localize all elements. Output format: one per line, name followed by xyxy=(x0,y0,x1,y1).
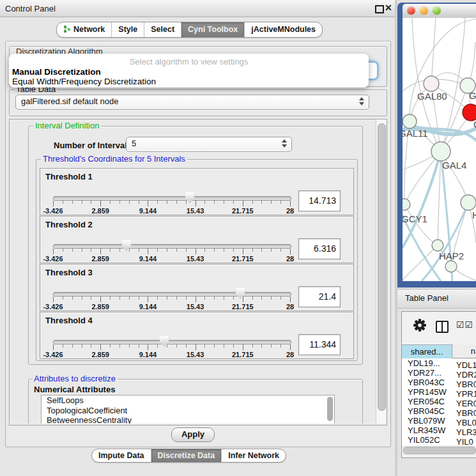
threshold-panel-2: Threshold 2 -3.4262.8599.14415.4321.7152… xyxy=(40,216,354,263)
table-row[interactable]: YDL19...YDL1 xyxy=(402,358,476,368)
table-body: YDL19...YDL1 YDR27...YDR2 YBR043CYBR0 YP… xyxy=(402,358,476,445)
number-of-intervals-label: Number of Intervals xyxy=(54,141,132,150)
slider-track[interactable] xyxy=(53,196,291,201)
table-data-value: galFiltered.sif default node xyxy=(21,96,118,106)
slider-major-ticks xyxy=(53,249,291,254)
table-horizontal-scrollbar[interactable] xyxy=(403,446,475,454)
zoom-traffic-light[interactable] xyxy=(433,6,441,15)
slider-tick-labels: -3.4262.8599.14415.4321.71528 xyxy=(53,303,290,310)
table-row[interactable]: YDR27...YDR2 xyxy=(402,368,476,378)
threshold-label: Threshold 2 xyxy=(45,220,93,229)
column-layout-icon[interactable] xyxy=(436,321,449,333)
network-window-titlebar[interactable] xyxy=(403,4,476,19)
table-row[interactable]: YPR145WYPR1 xyxy=(402,387,476,397)
slider-major-ticks xyxy=(53,296,291,302)
numerical-attributes-list[interactable]: SelfLoops TopologicalCoefficient Between… xyxy=(41,395,335,424)
tab-network[interactable]: Network xyxy=(57,22,112,37)
slider-major-ticks xyxy=(53,201,291,206)
threshold-panel-4: Threshold 4 -3.4262.8599.14415.4321.7152… xyxy=(40,312,354,359)
node-label: GCY1 xyxy=(403,213,427,224)
threshold-value-field[interactable]: 6.316 xyxy=(298,238,341,259)
settings-content: Interval Definition Number of Intervals … xyxy=(10,119,376,424)
algorithm-dropdown-popup: Select algorithm to view settings Manual… xyxy=(9,54,369,88)
combo-arrows-icon xyxy=(359,97,364,105)
network-node[interactable] xyxy=(424,76,439,91)
tab-select[interactable]: Select xyxy=(144,22,181,37)
minimize-traffic-light[interactable] xyxy=(420,6,428,15)
panel-title: Control Panel xyxy=(5,4,56,13)
tab-discretize-data[interactable]: Discretize Data xyxy=(151,449,222,462)
attributes-group-title: Attributes to discretize xyxy=(32,374,118,383)
threshold-label: Threshold 1 xyxy=(45,172,93,181)
table-row[interactable]: YER054CYER0 xyxy=(402,397,476,406)
threshold-label: Threshold 3 xyxy=(45,268,93,277)
menu-item-manual-discretization[interactable]: Manual Discretization xyxy=(12,67,364,77)
screen: Control Panel ✕ Network Style Select Cyn… xyxy=(0,0,476,476)
interval-definition-title: Interval Definition xyxy=(33,121,101,130)
slider-tick-labels: -3.4262.8599.14415.4321.71528 xyxy=(53,351,290,358)
table-panel-title: Table Panel xyxy=(405,293,449,303)
slider-tick-labels: -3.4262.8599.14415.4321.71528 xyxy=(53,255,290,262)
network-node[interactable] xyxy=(403,114,417,128)
network-canvas[interactable]: GAL80 GA C GAL11 GAL4 GCY1 H HAP2 xyxy=(403,18,476,281)
close-traffic-light[interactable] xyxy=(407,6,415,15)
table-row[interactable]: YBR043CYBR0 xyxy=(402,378,476,387)
node-label: GA xyxy=(469,90,476,101)
table-row[interactable]: YBL079WYBL0 xyxy=(402,416,476,426)
control-panel-titlebar: Control Panel ✕ xyxy=(0,0,395,17)
slider-track[interactable] xyxy=(53,244,291,249)
table-data-combobox[interactable]: galFiltered.sif default node xyxy=(15,95,369,110)
number-of-intervals-value: 5 xyxy=(132,139,136,148)
threshold-value-field[interactable]: 11.344 xyxy=(298,334,341,355)
table-row[interactable]: YLR345WYLR3 xyxy=(402,426,476,435)
scrollbar-thumb[interactable] xyxy=(378,123,386,411)
tab-style[interactable]: Style xyxy=(112,22,144,37)
network-graph-icon xyxy=(63,25,71,35)
tab-cyni-toolbox[interactable]: Cyni Toolbox xyxy=(181,22,245,37)
threshold-panel-1: Threshold 1 -3.4262.8599.14415.4321.7152… xyxy=(40,168,354,215)
node-label: GAL11 xyxy=(403,128,428,139)
select-columns-icon[interactable]: ☑☑ xyxy=(456,319,473,330)
slider-track[interactable] xyxy=(53,340,291,344)
close-icon[interactable]: ✕ xyxy=(385,3,392,13)
network-node[interactable] xyxy=(461,195,476,210)
tab-infer-network[interactable]: Infer Network xyxy=(222,449,286,462)
numerical-attributes-label: Numerical Attributes xyxy=(34,385,115,394)
number-of-intervals-combobox[interactable]: 5 xyxy=(126,137,292,152)
slider-track[interactable] xyxy=(53,292,291,296)
slider-major-ticks xyxy=(53,344,291,350)
scrollbar-thumb[interactable] xyxy=(403,447,476,454)
table-row[interactable]: YBR045CYBR0 xyxy=(402,406,476,416)
column-header-name[interactable]: name xyxy=(452,344,476,358)
node-label: H xyxy=(472,210,476,220)
threshold-label: Threshold 4 xyxy=(45,316,93,325)
tab-impute-data[interactable]: Impute Data xyxy=(92,449,151,462)
node-label: HAP2 xyxy=(439,250,464,261)
menu-item-equal-width-frequency[interactable]: Equal Width/Frequency Discretization xyxy=(12,77,364,86)
float-window-icon[interactable] xyxy=(375,5,384,13)
node-label: GAL4 xyxy=(442,160,466,171)
list-scrollbar-thumb[interactable] xyxy=(327,397,333,421)
network-node[interactable] xyxy=(432,240,443,251)
network-graph: GAL80 GA C GAL11 GAL4 GCY1 H HAP2 xyxy=(403,18,476,281)
threshold-value-field[interactable]: 21.4 xyxy=(298,286,341,307)
network-node[interactable] xyxy=(431,142,450,161)
threshold-panel-3: Threshold 3 -3.4262.8599.14415.4321.7152… xyxy=(40,264,354,311)
tab-label: Network xyxy=(73,25,105,34)
algorithm-prompt: Select algorithm to view settings xyxy=(9,57,369,66)
network-node[interactable] xyxy=(403,199,410,210)
thresholds-group-title: Threshold's Coordinates for 5 Intervals xyxy=(41,155,187,163)
table-row[interactable]: YIL052CYIL0 xyxy=(402,435,476,445)
list-item[interactable]: BetweennessCentrality xyxy=(42,415,334,424)
control-panel-tabs: Network Style Select Cyni Toolbox jActiv… xyxy=(56,22,323,38)
node-label: C xyxy=(473,119,476,130)
column-header-shared-name[interactable]: shared... xyxy=(402,344,452,359)
list-item[interactable]: SelfLoops xyxy=(42,395,334,406)
apply-button[interactable]: Apply xyxy=(171,427,215,442)
list-item[interactable]: TopologicalCoefficient xyxy=(42,406,334,416)
threshold-value-field[interactable]: 14.713 xyxy=(298,190,341,211)
tab-jactivemnodules[interactable]: jActiveMNodules xyxy=(245,22,322,37)
network-node[interactable] xyxy=(445,261,457,272)
vertical-scrollbar[interactable] xyxy=(376,119,386,424)
gear-icon[interactable] xyxy=(413,318,427,332)
